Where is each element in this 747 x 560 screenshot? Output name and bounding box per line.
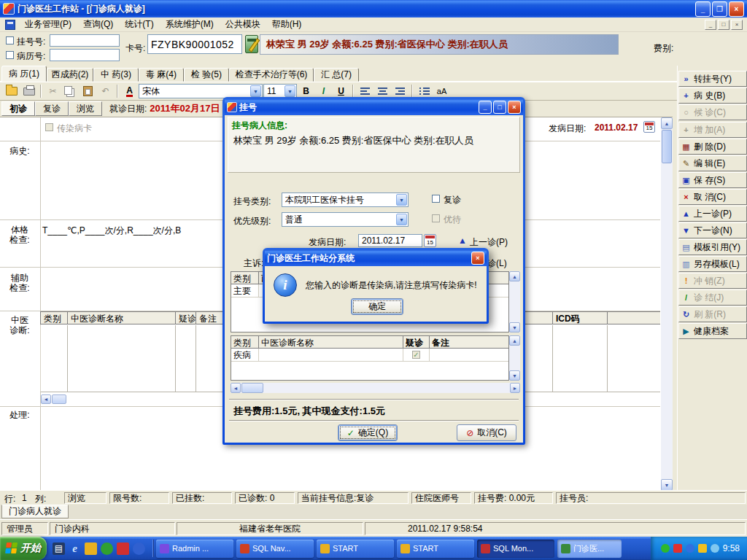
scroll-down-icon[interactable]: ▼ [509, 370, 520, 381]
chevron-down-icon[interactable]: ▼ [396, 194, 407, 206]
menu-item-query[interactable]: 查询(Q) [77, 17, 119, 32]
taskbar-item-clinic[interactable]: 门诊医... [557, 540, 622, 558]
sidebar-button-delete[interactable]: ▦删 除(D) [678, 139, 747, 155]
tray-icon[interactable] [661, 544, 670, 553]
suspect-checkbox[interactable]: ✓ [412, 351, 420, 359]
cancel-button[interactable]: ⊘ 取消(C) [457, 424, 516, 441]
visit-tab-return[interactable]: 复诊 [35, 101, 69, 116]
chevron-down-icon[interactable]: ▼ [250, 85, 261, 97]
dialog-minimize-button[interactable]: _ [479, 101, 492, 114]
taskbar-item-sql-nav[interactable]: SQL Nav... [236, 540, 314, 558]
revisit-checkbox[interactable] [432, 195, 440, 203]
taskbar-item-sql-mon[interactable]: SQL Mon... [477, 540, 554, 558]
scroll-right-icon[interactable]: ► [510, 383, 520, 393]
dialog-maximize-button[interactable]: □ [493, 101, 506, 114]
west-table-scrollbar[interactable]: ▲ ▼ [509, 271, 520, 332]
print-button[interactable] [20, 83, 37, 99]
sidebar-button-health-record[interactable]: ▶健康档案 [678, 323, 747, 339]
menu-item-common-modules[interactable]: 公共模块 [220, 17, 266, 32]
scroll-left-icon[interactable]: ◄ [231, 383, 241, 393]
date-picker-button[interactable]: 15 [643, 121, 655, 133]
document-tab[interactable]: 门诊病人就诊 [1, 505, 69, 518]
tab-narcotics[interactable]: 毒 麻(4) [139, 68, 184, 82]
prev-visit-link[interactable]: 上一诊(P) [470, 236, 508, 249]
scroll-up-icon[interactable]: ▲ [509, 335, 520, 346]
dialog-horizontal-scrollbar[interactable]: ◄ ► [231, 383, 520, 393]
menu-item-help[interactable]: 帮助(H) [266, 17, 308, 32]
sidebar-button-template-reference[interactable]: ▤模板引用(Y) [678, 239, 747, 255]
card-reader-icon[interactable] [245, 35, 258, 53]
menu-item-statistics[interactable]: 统计(T) [119, 17, 159, 32]
ok-button[interactable]: ✓ 确定(Q) [338, 424, 398, 441]
quick-launch-icon[interactable] [133, 542, 145, 555]
undo-button[interactable]: ↶ [97, 83, 114, 99]
sidebar-button-next-visit[interactable]: ▼下一诊(N) [678, 222, 747, 238]
tab-lab-test[interactable]: 检 验(5) [184, 68, 229, 82]
internet-explorer-icon[interactable]: e [69, 542, 81, 555]
infectious-checkbox[interactable] [45, 123, 53, 131]
scrollbar-thumb[interactable] [52, 394, 66, 404]
close-button[interactable]: × [729, 1, 744, 17]
paste-button[interactable] [80, 83, 96, 99]
quick-launch-icon[interactable] [101, 542, 113, 555]
font-name-select[interactable]: 宋体 ▼ [139, 84, 263, 98]
card-no-input[interactable]: FZYBK90001052 [147, 34, 242, 54]
dialog-date-picker-button[interactable]: 15 [424, 234, 436, 247]
reg-no-checkbox[interactable] [6, 36, 14, 44]
folder-icon[interactable] [85, 542, 97, 555]
sidebar-button-waiting[interactable]: ○候 诊(C) [678, 104, 747, 120]
scroll-up-icon[interactable]: ▲ [509, 271, 520, 281]
sidebar-button-refresh[interactable]: ↻刷 新(R) [678, 306, 747, 322]
tray-icon[interactable] [698, 544, 707, 553]
scrollbar-thumb[interactable] [241, 383, 263, 393]
open-button[interactable] [3, 83, 20, 99]
scroll-down-icon[interactable]: ▼ [509, 322, 520, 332]
reg-type-select[interactable]: 本院职工医保卡挂号 ▼ [282, 192, 409, 207]
chevron-down-icon[interactable]: ▼ [285, 85, 295, 97]
tab-chinese-medicine[interactable]: 中 药(3) [93, 68, 139, 82]
sidebar-button-prev-visit[interactable]: ▲上一诊(P) [678, 206, 747, 222]
font-color-button[interactable]: A [121, 83, 138, 99]
form-vertical-scrollbar[interactable]: ▲ ▼ [661, 117, 673, 491]
reg-no-input[interactable] [50, 34, 120, 47]
menu-item-system-maintenance[interactable]: 系统维护(M) [160, 17, 220, 32]
dialog-close-button[interactable]: × [508, 101, 521, 114]
tray-icon[interactable] [711, 544, 719, 553]
taskbar-item-radmin[interactable]: Radmin ... [156, 540, 233, 558]
quick-launch-icon[interactable] [117, 542, 129, 555]
scroll-down-icon[interactable]: ▼ [661, 479, 673, 491]
font-size-select[interactable]: 11 ▼ [263, 84, 297, 98]
tcm-diagnosis-table[interactable]: 类别 中医诊断名称 疑诊 备注 疾病 ✓ [231, 335, 509, 381]
taskbar-item-start-folder-1[interactable]: START [317, 540, 394, 558]
sidebar-button-edit[interactable]: ✎编 辑(E) [678, 155, 747, 171]
sidebar-button-save[interactable]: ▣保 存(S) [678, 172, 747, 188]
visit-tab-first[interactable]: 初诊 [1, 101, 35, 116]
tab-western-medicine[interactable]: 西成药(2) [47, 68, 93, 82]
record-no-checkbox[interactable] [6, 51, 14, 59]
dialog-titlebar[interactable]: 挂号 _ □ × [225, 99, 523, 115]
mdi-minimize-button[interactable]: _ [705, 20, 716, 30]
table-row[interactable]: 疾病 ✓ [231, 349, 508, 362]
dialog-onset-value[interactable]: 2011.02.17 [358, 234, 422, 247]
mdi-restore-button[interactable]: □ [718, 20, 729, 30]
tab-exam-treatment[interactable]: 检查手术治疗等(6) [229, 68, 314, 82]
taskbar-item-start-folder-2[interactable]: START [397, 540, 474, 558]
tray-icon[interactable] [673, 544, 682, 553]
copy-button[interactable] [62, 83, 79, 99]
minimize-button[interactable]: _ [695, 1, 711, 17]
scroll-left-icon[interactable]: ◄ [41, 394, 51, 404]
sidebar-button-save-template[interactable]: ▥另存模板(L) [678, 256, 747, 272]
mdi-close-button[interactable]: × [731, 20, 743, 30]
restore-button[interactable]: ❐ [712, 1, 727, 17]
record-no-input[interactable] [50, 49, 120, 61]
visit-tab-browse[interactable]: 浏览 [69, 101, 102, 116]
tcm-table-scrollbar[interactable]: ▲ ▼ [509, 335, 520, 381]
tab-medical-record[interactable]: 病 历(1) [1, 66, 47, 82]
mini-horizontal-scrollbar[interactable]: ◄ [41, 394, 66, 404]
sidebar-button-cancel[interactable]: ×取 消(C) [678, 189, 747, 205]
msgbox-titlebar[interactable]: 门诊医生工作站分系统 × [265, 250, 487, 266]
sidebar-button-medical-history[interactable]: +病 史(B) [678, 88, 747, 104]
sidebar-button-reverse[interactable]: !冲 销(Z) [678, 273, 747, 289]
chevron-down-icon[interactable]: ▼ [396, 214, 407, 225]
sidebar-button-finish-visit[interactable]: /诊 结(J) [678, 289, 747, 306]
